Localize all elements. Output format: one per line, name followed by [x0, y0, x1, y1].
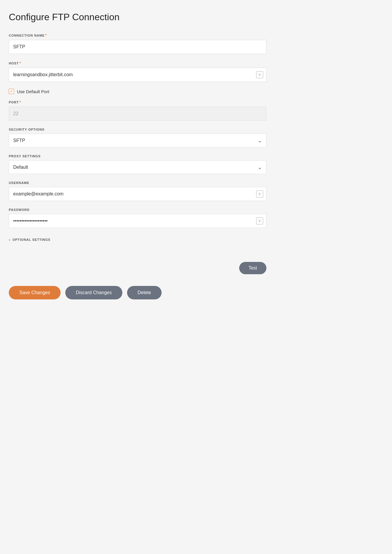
password-input[interactable]: [9, 214, 266, 228]
use-default-port-label[interactable]: Use Default Port: [17, 89, 49, 94]
host-input[interactable]: [9, 68, 266, 81]
host-group: HOST * V: [9, 61, 266, 82]
proxy-settings-group: PROXY SETTINGS Default None Custom ⌄: [9, 154, 266, 174]
password-variable-icon[interactable]: V: [256, 217, 263, 224]
username-input[interactable]: [9, 187, 266, 201]
host-required: *: [19, 61, 21, 65]
username-variable-icon[interactable]: V: [256, 190, 263, 197]
password-group: PASSWORD V: [9, 208, 266, 228]
security-options-select-wrapper: SFTP FTP FTPS ⌄: [9, 134, 266, 147]
port-required: *: [19, 100, 21, 104]
connection-name-input-wrapper: [9, 40, 266, 54]
connection-name-group: CONNECTION NAME *: [9, 33, 266, 54]
port-input-wrapper: [9, 107, 266, 121]
proxy-settings-select-wrapper: Default None Custom ⌄: [9, 160, 266, 174]
security-options-select[interactable]: SFTP FTP FTPS: [9, 134, 266, 147]
optional-settings-label: OPTIONAL SETTINGS: [13, 238, 51, 241]
use-default-port-row: Use Default Port: [9, 89, 266, 94]
username-label: USERNAME: [9, 181, 266, 185]
test-button-row: Test: [9, 262, 266, 280]
footer-actions: Save Changes Discard Changes Delete: [9, 286, 266, 299]
username-input-wrapper: V: [9, 187, 266, 201]
password-input-wrapper: V: [9, 214, 266, 228]
security-options-group: SECURITY OPTIONS SFTP FTP FTPS ⌄: [9, 128, 266, 147]
port-input: [9, 107, 266, 120]
security-options-label: SECURITY OPTIONS: [9, 128, 266, 131]
proxy-settings-select[interactable]: Default None Custom: [9, 161, 266, 174]
host-variable-icon[interactable]: V: [256, 71, 263, 78]
username-group: USERNAME V: [9, 181, 266, 201]
password-label: PASSWORD: [9, 208, 266, 212]
delete-button[interactable]: Delete: [127, 286, 162, 299]
proxy-settings-label: PROXY SETTINGS: [9, 154, 266, 158]
save-changes-button[interactable]: Save Changes: [9, 286, 61, 299]
connection-name-input[interactable]: [9, 40, 266, 54]
optional-settings-chevron-icon: ›: [9, 237, 10, 242]
test-button[interactable]: Test: [239, 262, 266, 274]
page-title: Configure FTP Connection: [9, 12, 266, 23]
port-label: PORT *: [9, 100, 266, 104]
discard-changes-button[interactable]: Discard Changes: [65, 286, 122, 299]
host-input-wrapper: V: [9, 68, 266, 82]
connection-name-label: CONNECTION NAME *: [9, 33, 266, 37]
use-default-port-checkbox-wrapper[interactable]: [9, 89, 14, 94]
connection-name-required: *: [45, 33, 47, 37]
port-group: PORT *: [9, 100, 266, 121]
optional-settings-row[interactable]: › OPTIONAL SETTINGS: [9, 235, 266, 244]
host-label: HOST *: [9, 61, 266, 65]
